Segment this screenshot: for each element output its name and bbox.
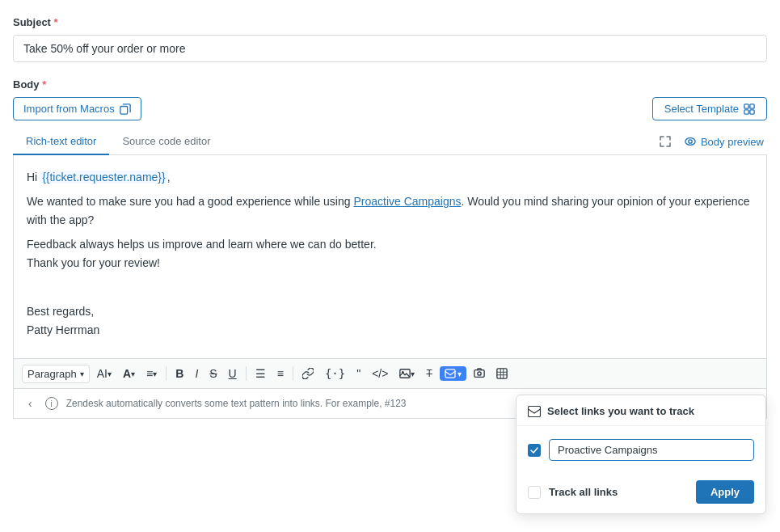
info-text: Zendesk automatically converts some text… [66,398,407,409]
svg-point-6 [689,140,692,143]
svg-rect-10 [474,370,484,378]
font-color-chevron-icon: ▾ [131,369,135,378]
quote-icon: " [356,367,360,380]
track-all-label: Track all links [549,486,618,498]
expand-icon [659,135,672,148]
link-tracker-checkbox[interactable] [528,444,541,457]
svg-rect-3 [744,109,748,113]
body-label: Body * [13,78,767,91]
editor-line-1: Hi {{ticket.requester.name}}, [27,168,753,186]
align-icon: ≡ [146,367,153,380]
editor-line-2: We wanted to make sure you had a good ex… [27,192,753,229]
info-icon: i [45,397,58,410]
italic-button[interactable]: I [191,364,202,383]
bold-icon: B [175,367,183,380]
svg-rect-2 [750,103,754,108]
bullet-list-icon: ☰ [255,367,266,380]
info-prev-button[interactable]: ‹ [23,395,37,412]
popover-envelope-icon [528,406,541,417]
template-icon [744,103,755,115]
svg-rect-4 [750,109,754,113]
body-preview-label: Body preview [701,136,764,148]
track-all-checkbox[interactable] [528,486,541,499]
link-name-input[interactable] [549,439,754,461]
svg-rect-9 [445,369,455,378]
link-tracker-item [528,434,754,466]
macro-variable: {{ticket.requester.name}} [40,171,167,184]
import-macros-button[interactable]: Import from Macros [13,97,141,120]
track-all-item: Track all links [528,481,618,504]
email-track-button[interactable]: ▾ [440,366,466,381]
paragraph-dropdown[interactable]: Paragraph ▾ [22,365,90,383]
svg-rect-17 [529,406,541,416]
font-color-icon: A [123,367,131,380]
svg-rect-12 [497,369,507,378]
import-icon [120,103,131,115]
image-chevron-icon: ▾ [411,369,415,378]
popover-body [516,426,765,474]
numbered-list-icon: ≡ [277,367,284,380]
tab-rich-text[interactable]: Rich-text editor [13,129,109,155]
code-button[interactable]: </> [368,364,392,383]
underline-button[interactable]: U [225,364,241,383]
align-chevron-icon: ▾ [153,369,157,378]
toolbar-divider-2 [246,366,247,381]
link-button[interactable] [298,365,318,382]
bullet-list-button[interactable]: ☰ [251,364,270,383]
numbered-list-button[interactable]: ≡ [273,364,288,383]
proactive-campaigns-link[interactable]: Proactive Campaigns [353,195,461,208]
ai-chevron-icon: ▾ [108,369,112,378]
eye-icon [685,136,696,147]
formatting-toolbar: Paragraph ▾ AI ▾ A ▾ ≡ ▾ B I S [13,358,767,389]
italic-icon: I [195,367,198,380]
code-icon: </> [372,367,388,380]
body-toolbar: Import from Macros Select Template [13,97,767,120]
text-style-button[interactable]: T [422,365,436,382]
email-track-chevron-icon: ▾ [457,369,462,378]
font-color-button[interactable]: A ▾ [119,364,139,383]
import-macros-label: Import from Macros [23,103,115,115]
tabs-right: Body preview [656,132,767,151]
text-style-icon: T [426,368,432,379]
code-snippet-button[interactable]: {·} [321,364,349,383]
link-icon [302,368,314,379]
link-tracker-popover: Select links you want to track Track all… [516,395,766,514]
underline-icon: U [229,367,237,380]
tab-source-code[interactable]: Source code editor [109,129,223,155]
svg-rect-1 [744,103,748,108]
select-template-label: Select Template [664,103,739,115]
subject-input[interactable] [13,35,767,62]
editor-line-4 [27,278,753,296]
blockquote-button[interactable]: " [352,364,365,383]
table-button[interactable] [492,365,512,382]
select-template-button[interactable]: Select Template [652,97,767,120]
svg-point-5 [685,138,695,146]
editor-content[interactable]: Hi {{ticket.requester.name}}, We wanted … [13,155,767,358]
strikethrough-icon: S [209,367,217,380]
svg-rect-0 [120,106,128,114]
ai-button[interactable]: AI ▾ [93,364,116,383]
image-icon [399,368,411,379]
alignment-button[interactable]: ≡ ▾ [142,364,161,383]
code-snippet-icon: {·} [325,367,345,380]
apply-button[interactable]: Apply [696,480,754,504]
popover-title: Select links you want to track [547,405,694,417]
editor-line-3: Feedback always helps us improve and lea… [27,235,753,272]
envelope-icon [445,369,456,378]
expand-button[interactable] [656,132,675,151]
toolbar-divider-1 [166,366,167,381]
ai-label: AI [97,367,108,380]
bold-button[interactable]: B [171,364,188,383]
image-dropdown-button[interactable]: ▾ [395,365,419,382]
editor-line-5: Best regards, Patty Herrman [27,302,753,339]
body-preview-button[interactable]: Body preview [685,136,764,148]
subject-label: Subject * [13,16,767,28]
paragraph-label: Paragraph [27,368,77,380]
photo-button[interactable] [470,365,489,382]
table-icon [496,368,508,379]
svg-point-11 [478,372,481,375]
strikethrough-button[interactable]: S [205,364,221,383]
photo-icon [474,368,485,379]
toolbar-divider-3 [293,366,293,381]
popover-footer: Track all links Apply [516,474,765,513]
